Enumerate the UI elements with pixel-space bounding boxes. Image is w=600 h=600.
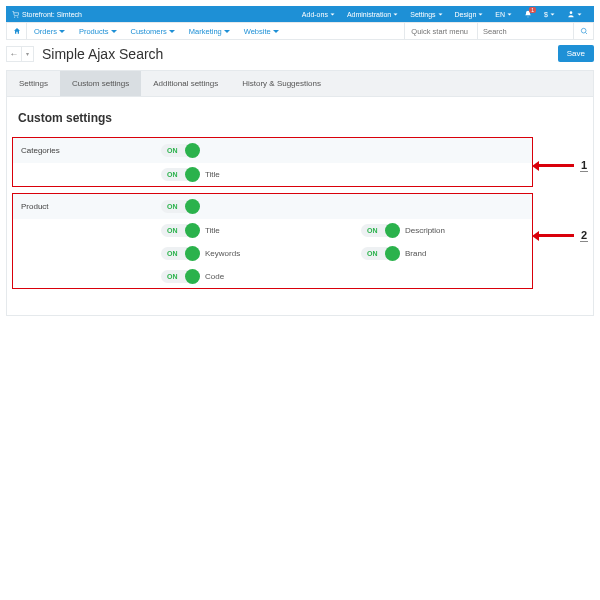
topnav-currency[interactable]: $: [538, 6, 561, 22]
user-icon: [567, 10, 575, 18]
caret-down-icon: [507, 12, 512, 17]
topnav-language[interactable]: EN: [489, 6, 518, 22]
tab-content: Custom settings Categories ON ON Title: [6, 97, 594, 316]
group-product: Product ON ON Title ON Description: [12, 193, 533, 289]
caret-down-icon: [550, 12, 555, 17]
search-button[interactable]: [573, 23, 593, 39]
group-categories-label: Categories: [21, 146, 161, 155]
main-navbar: Orders Products Customers Marketing Webs…: [6, 22, 594, 40]
back-button[interactable]: ←: [6, 46, 22, 62]
nav-orders[interactable]: Orders: [27, 23, 72, 39]
label-product-keywords: Keywords: [205, 249, 240, 258]
label-categories-title: Title: [205, 170, 220, 179]
caret-down-icon: [438, 12, 443, 17]
group-product-label: Product: [21, 202, 161, 211]
caret-down-icon: [59, 30, 65, 33]
svg-point-0: [14, 16, 15, 17]
cart-icon: [12, 11, 19, 18]
toggle-product-brand[interactable]: ON: [361, 247, 399, 260]
notifications-button[interactable]: 1: [518, 6, 538, 22]
page-title: Simple Ajax Search: [42, 46, 163, 62]
caret-down-icon: [478, 12, 483, 17]
nav-website[interactable]: Website: [237, 23, 286, 39]
toggle-product-keywords[interactable]: ON: [161, 247, 199, 260]
search-box: [477, 23, 573, 39]
annotation-1-number: 1: [580, 159, 588, 172]
arrow-icon: [538, 164, 574, 167]
admin-topbar: Storefront: Simtech Add-ons Administrati…: [6, 6, 594, 22]
nav-customers[interactable]: Customers: [124, 23, 182, 39]
back-button-group: ← ▾: [6, 46, 34, 62]
svg-point-2: [570, 11, 573, 14]
caret-down-icon: [273, 30, 279, 33]
storefront-selector[interactable]: Storefront: Simtech: [12, 11, 82, 18]
toggle-categories[interactable]: ON: [161, 144, 199, 157]
annotation-2-number: 2: [580, 229, 588, 242]
notification-badge: 1: [529, 7, 536, 13]
label-product-title: Title: [205, 226, 220, 235]
search-input[interactable]: [478, 23, 573, 39]
tab-settings[interactable]: Settings: [7, 71, 60, 96]
tabs: Settings Custom settings Additional sett…: [6, 70, 594, 97]
caret-down-icon: [393, 12, 398, 17]
search-icon: [580, 27, 588, 35]
topnav-addons[interactable]: Add-ons: [296, 6, 341, 22]
caret-down-icon: [224, 30, 230, 33]
nav-products[interactable]: Products: [72, 23, 124, 39]
arrow-icon: [538, 234, 574, 237]
svg-point-1: [18, 16, 19, 17]
tab-history-suggestions[interactable]: History & Suggestions: [230, 71, 333, 96]
title-bar: ← ▾ Simple Ajax Search Save: [6, 40, 594, 70]
label-product-brand: Brand: [405, 249, 426, 258]
topnav-settings[interactable]: Settings: [404, 6, 448, 22]
section-title: Custom settings: [18, 111, 582, 125]
toggle-product-description[interactable]: ON: [361, 224, 399, 237]
back-dropdown[interactable]: ▾: [22, 46, 34, 62]
caret-down-icon: [111, 30, 117, 33]
topnav-design[interactable]: Design: [449, 6, 490, 22]
home-button[interactable]: [7, 23, 27, 39]
tab-additional-settings[interactable]: Additional settings: [141, 71, 230, 96]
topnav-administration[interactable]: Administration: [341, 6, 404, 22]
svg-point-3: [581, 28, 586, 33]
annotation-1: 1: [538, 159, 588, 172]
tab-custom-settings[interactable]: Custom settings: [60, 71, 141, 96]
caret-down-icon: [577, 12, 582, 17]
label-product-code: Code: [205, 272, 224, 281]
topnav-account[interactable]: [561, 6, 588, 22]
home-icon: [13, 27, 21, 35]
save-button[interactable]: Save: [558, 45, 594, 62]
nav-marketing[interactable]: Marketing: [182, 23, 237, 39]
caret-down-icon: [330, 12, 335, 17]
annotation-2: 2: [538, 229, 588, 242]
toggle-product-title[interactable]: ON: [161, 224, 199, 237]
toggle-product-code[interactable]: ON: [161, 270, 199, 283]
toggle-categories-title[interactable]: ON: [161, 168, 199, 181]
toggle-product[interactable]: ON: [161, 200, 199, 213]
label-product-description: Description: [405, 226, 445, 235]
caret-down-icon: [169, 30, 175, 33]
svg-line-4: [585, 33, 587, 35]
storefront-label: Storefront: Simtech: [22, 11, 82, 18]
group-categories: Categories ON ON Title: [12, 137, 533, 187]
quick-start-menu[interactable]: Quick start menu: [404, 23, 477, 39]
